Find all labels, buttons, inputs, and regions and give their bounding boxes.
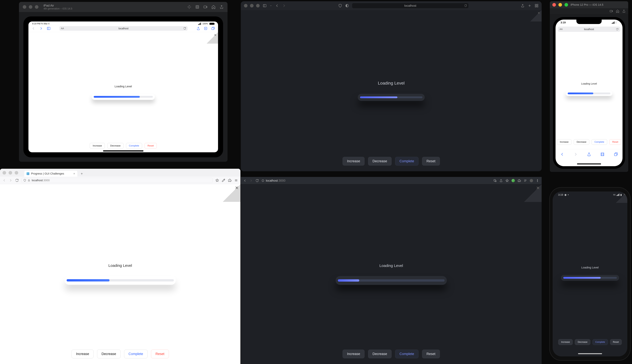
close-tab-icon[interactable]: × (73, 172, 75, 176)
shield-icon[interactable] (338, 4, 342, 8)
sparkle-icon[interactable] (187, 5, 191, 9)
complete-button[interactable]: Complete (124, 350, 148, 358)
menu-icon[interactable] (536, 179, 539, 182)
reading-list-icon[interactable] (524, 179, 527, 182)
reset-button[interactable]: Reset (422, 157, 440, 166)
url-field[interactable]: localhost:3000 (22, 178, 212, 183)
newtab-icon[interactable] (528, 4, 532, 8)
url-field[interactable]: AA localhost (60, 26, 188, 31)
tabs-icon[interactable] (211, 26, 215, 30)
extension-b-icon[interactable] (530, 179, 533, 182)
reset-button[interactable]: Reset (144, 143, 157, 148)
tabs-icon[interactable] (535, 4, 538, 8)
complete-button[interactable]: Complete (592, 339, 608, 345)
increase-button[interactable]: Increase (558, 339, 573, 345)
window-controls[interactable] (23, 5, 38, 9)
share-icon[interactable] (587, 152, 591, 156)
forward-icon[interactable] (9, 178, 12, 182)
appearance-icon[interactable] (345, 4, 349, 8)
back-icon[interactable] (560, 152, 564, 156)
complete-button[interactable]: Complete (395, 350, 419, 358)
increase-button[interactable]: Increase (90, 143, 105, 148)
iphone-device-frame: 3:19 􀙇 AA localhost Loading Level (553, 17, 625, 169)
home-icon[interactable] (211, 5, 216, 9)
forward-icon[interactable] (39, 26, 43, 30)
iphone-sim-toolbar (550, 8, 628, 14)
progress-card (561, 275, 619, 281)
window-controls[interactable] (552, 3, 568, 6)
menu-icon[interactable] (234, 178, 238, 182)
share-icon[interactable] (196, 26, 200, 30)
sidebar-icon[interactable] (47, 26, 50, 30)
complete-button[interactable]: Complete (126, 143, 142, 148)
decrease-button[interactable]: Decrease (574, 139, 589, 145)
progress-track (360, 96, 422, 98)
url-field[interactable]: AA localhost (558, 26, 620, 32)
decrease-button[interactable]: Decrease (97, 350, 120, 358)
extension-a-icon[interactable] (512, 179, 515, 182)
back-icon[interactable] (243, 179, 246, 182)
eyedropper-icon[interactable] (222, 178, 225, 182)
window-controls[interactable] (244, 4, 260, 8)
reader-aa-icon[interactable]: AA (560, 28, 562, 30)
home-indicator (577, 164, 601, 164)
svg-rect-9 (263, 4, 266, 7)
star-icon[interactable] (216, 178, 219, 182)
install-icon[interactable] (493, 179, 497, 182)
share-icon[interactable] (500, 179, 503, 182)
url-field[interactable]: localhost (352, 3, 468, 8)
star-icon[interactable] (506, 179, 509, 182)
home-icon[interactable] (616, 9, 619, 13)
back-icon[interactable] (275, 4, 279, 8)
extension-icon[interactable] (228, 178, 232, 182)
complete-button[interactable]: Complete (395, 157, 419, 166)
reset-button[interactable]: Reset (151, 350, 169, 358)
forward-icon[interactable] (574, 152, 578, 156)
record-icon[interactable] (203, 5, 208, 9)
decrease-button[interactable]: Decrease (368, 350, 392, 358)
progress-card (566, 91, 612, 96)
reset-button[interactable]: Reset (609, 139, 621, 145)
chevron-down-icon[interactable] (270, 4, 272, 7)
svg-rect-27 (494, 180, 496, 181)
browser-tab[interactable]: Progress | GUI Challenges × (24, 171, 77, 176)
reset-button[interactable]: Reset (610, 339, 622, 345)
shield-icon[interactable] (24, 179, 26, 182)
sidebar-icon[interactable] (263, 4, 266, 8)
increase-button[interactable]: Increase (557, 139, 572, 145)
notif-dot: • (568, 194, 569, 196)
window-controls[interactable] (2, 171, 18, 174)
increase-button[interactable]: Increase (72, 350, 94, 358)
bookmarks-icon[interactable] (600, 152, 604, 156)
back-icon[interactable] (2, 178, 6, 182)
reload-icon[interactable] (256, 179, 259, 182)
new-tab-button[interactable]: + (80, 171, 84, 176)
decrease-button[interactable]: Decrease (368, 157, 392, 166)
url-field[interactable]: localhost:3000 (262, 179, 286, 182)
reload-icon[interactable] (464, 4, 467, 7)
signal-icon (612, 22, 614, 24)
extensions-icon[interactable] (518, 179, 521, 182)
screenshot-icon[interactable] (195, 5, 200, 9)
reload-icon[interactable] (15, 178, 19, 182)
reader-aa-icon[interactable]: AA (61, 27, 64, 30)
reset-button[interactable]: Reset (422, 350, 440, 358)
increase-button[interactable]: Increase (342, 157, 364, 166)
share-icon[interactable] (220, 5, 224, 9)
tabs-icon[interactable] (614, 152, 618, 156)
newtab-icon[interactable] (204, 26, 208, 30)
forward-icon[interactable] (282, 4, 286, 8)
dev-corner-flag (530, 10, 542, 22)
back-icon[interactable] (32, 26, 36, 30)
complete-button[interactable]: Complete (592, 139, 607, 145)
increase-button[interactable]: Increase (342, 350, 364, 358)
reload-icon[interactable] (616, 28, 618, 30)
decrease-button[interactable]: Decrease (575, 339, 590, 345)
share-icon[interactable] (622, 9, 626, 13)
decrease-button[interactable]: Decrease (107, 143, 123, 148)
reload-icon[interactable] (183, 27, 186, 30)
info-icon[interactable] (262, 179, 264, 182)
screenshot-icon[interactable] (610, 9, 613, 13)
share-icon[interactable] (521, 4, 524, 8)
forward-icon[interactable] (250, 179, 253, 182)
